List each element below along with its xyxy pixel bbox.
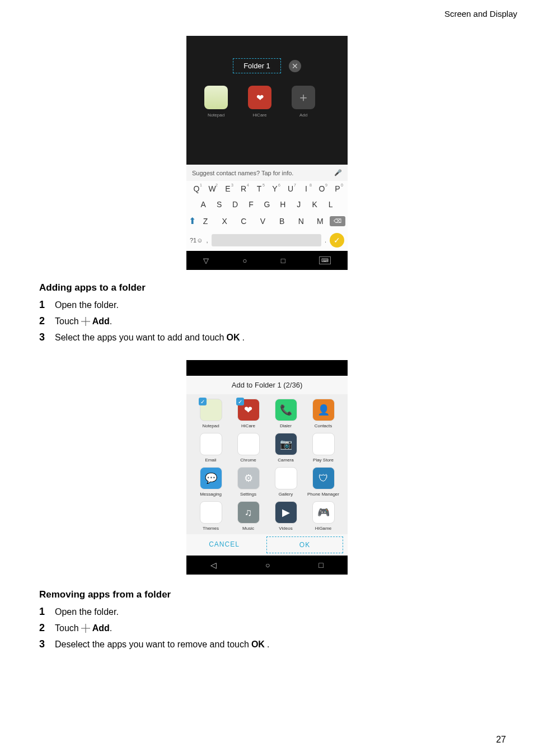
camera-icon: 📷 [275,433,297,455]
key-O[interactable]: O9 [315,184,329,193]
hicare-icon: ❤ [248,86,271,109]
grid-app-dialer[interactable]: 📞Dialer [267,399,305,428]
music-icon: ♫ [237,501,260,524]
nav-recent-icon[interactable]: □ [318,561,323,570]
plus-icon [81,317,90,326]
app-label: Videos [267,526,305,531]
app-label: Themes [192,526,229,531]
phone-manager-icon: 🛡 [312,467,335,489]
grid-app-gallery[interactable]: 🖼Gallery [267,467,305,497]
grid-app-play-store[interactable]: ▶Play Store [305,433,342,463]
keyboard-row-1: Q1W2E3R4T5Y6U7I8O9P0 [186,181,348,197]
comma-key[interactable]: , [206,237,208,244]
space-key[interactable] [212,234,321,246]
list-item: 1 Open the folder. [39,299,495,311]
figure-folder-rename: Folder 1 ✕ Notepad ❤ HiCare ＋ Add [39,36,495,270]
grid-app-music[interactable]: ♫Music [229,501,267,531]
key-G[interactable]: G [260,200,274,209]
notepad-icon [204,86,228,109]
nav-home-icon[interactable]: ○ [265,561,270,570]
list-item: 3 Deselect the apps you want to remove a… [39,638,495,650]
app-label: Email [192,458,229,463]
key-K[interactable]: K [308,200,321,209]
app-label: Dialer [267,423,305,428]
key-X[interactable]: X [218,217,231,226]
key-T[interactable]: T5 [252,184,266,193]
steps-adding: 1 Open the folder. 2 Touch Add. 3 Select… [39,299,495,343]
app-label: Camera [267,458,305,463]
nav-back-icon[interactable]: ▽ [203,256,209,265]
key-Z[interactable]: Z [199,217,212,226]
enter-key[interactable]: ✓ [330,233,344,248]
key-F[interactable]: F [245,200,258,209]
key-V[interactable]: V [256,217,269,226]
page-number: 27 [496,735,506,745]
grid-app-contacts[interactable]: 👤Contacts [305,399,342,428]
themes-icon: ❀ [200,501,222,524]
key-M[interactable]: M [313,217,327,226]
key-N[interactable]: N [294,217,308,226]
nav-keyboard-icon[interactable]: ⌨ [319,256,331,264]
plus-icon [81,624,90,633]
key-D[interactable]: D [228,200,242,209]
period-key[interactable]: . [325,237,326,244]
folder-app-add[interactable]: ＋ Add [288,86,318,118]
key-P[interactable]: P0 [331,184,344,193]
key-B[interactable]: B [275,217,289,226]
plus-icon: ＋ [292,86,315,109]
videos-icon: ▶ [275,501,297,524]
app-grid: ✓Notepad❤✓HiCare📞Dialer👤Contacts✉Email◯C… [186,394,348,534]
folder-title-input[interactable]: Folder 1 [233,58,281,73]
key-E[interactable]: E3 [221,184,235,193]
android-navbar: ◁ ○ □ [186,556,348,575]
grid-app-themes[interactable]: ❀Themes [192,501,229,531]
mic-icon[interactable]: 🎤 [334,169,342,176]
cancel-button[interactable]: CANCEL [186,534,262,556]
grid-app-settings[interactable]: ⚙Settings [229,467,267,497]
nav-back-icon[interactable]: ◁ [210,561,217,570]
app-label: Messaging [192,492,229,497]
grid-app-higame[interactable]: 🎮HiGame [305,501,342,531]
keyboard-suggest-bar[interactable]: Suggest contact names? Tap for info. 🎤 [186,165,348,181]
phone-screenshot-2: Add to Folder 1 (2/36) ✓Notepad❤✓HiCare📞… [186,360,348,575]
key-A[interactable]: A [196,200,210,209]
nav-recent-icon[interactable]: □ [281,256,285,265]
grid-app-videos[interactable]: ▶Videos [267,501,305,531]
dialer-icon: 📞 [275,399,297,421]
app-label: HiCare [229,423,267,428]
grid-app-notepad[interactable]: ✓Notepad [192,399,229,428]
grid-app-hicare[interactable]: ❤✓HiCare [229,399,267,428]
key-R[interactable]: R4 [237,184,250,193]
symbols-key[interactable]: ?1☺ [190,237,203,244]
shift-key[interactable]: ⬆ [189,216,196,226]
app-label: Notepad [192,423,229,428]
android-navbar: ▽ ○ □ ⌨ [186,251,348,270]
keyboard-row-3: ⬆ ZXCVBNM ⌫ [186,212,348,230]
key-Q[interactable]: Q1 [190,184,203,193]
key-Y[interactable]: Y6 [268,184,282,193]
higame-icon: 🎮 [312,501,335,524]
folder-app-notepad[interactable]: Notepad [201,86,231,118]
nav-home-icon[interactable]: ○ [242,256,247,265]
key-S[interactable]: S [213,200,226,209]
grid-app-phone-manager[interactable]: 🛡Phone Manager [305,467,342,497]
grid-app-messaging[interactable]: 💬Messaging [192,467,229,497]
grid-app-chrome[interactable]: ◯Chrome [229,433,267,463]
folder-app-hicare[interactable]: ❤ HiCare [245,86,275,118]
grid-app-email[interactable]: ✉Email [192,433,229,463]
key-U[interactable]: U7 [284,184,297,193]
settings-icon: ⚙ [237,467,260,489]
key-C[interactable]: C [237,217,250,226]
grid-app-camera[interactable]: 📷Camera [267,433,305,463]
contacts-icon: 👤 [312,399,335,421]
close-icon[interactable]: ✕ [289,60,301,72]
key-W[interactable]: W2 [205,184,219,193]
ok-button[interactable]: OK [266,536,343,553]
subheading-removing: Removing apps from a folder [39,589,495,600]
key-L[interactable]: L [324,200,338,209]
backspace-key[interactable]: ⌫ [330,216,345,226]
key-J[interactable]: J [292,200,306,209]
key-H[interactable]: H [276,200,289,209]
key-I[interactable]: I8 [299,184,313,193]
app-label: HiGame [305,526,342,531]
